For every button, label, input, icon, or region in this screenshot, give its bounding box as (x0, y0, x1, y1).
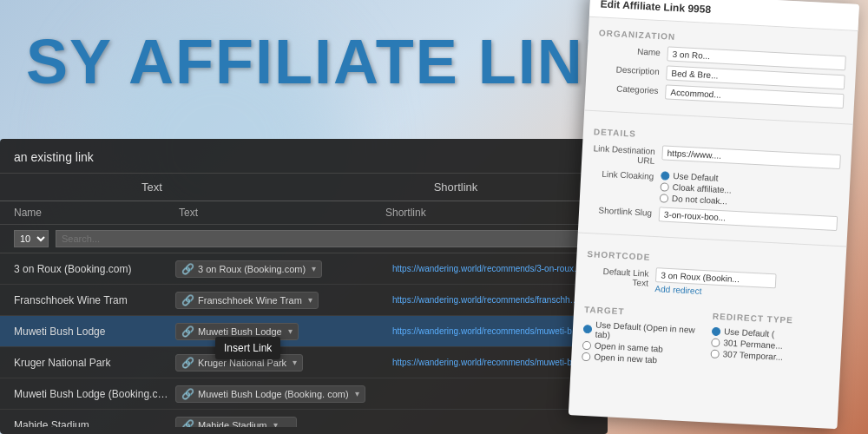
row-text-value: Muweti Bush Lodge (198, 326, 282, 337)
radio-dot (710, 349, 720, 358)
shortlink-slug-label: Shortlink Slug (589, 203, 660, 218)
row-text-value: Franschhoek Wine Tram (198, 295, 302, 306)
target-section: Target Use Default (Open in new tab) Ope… (582, 299, 705, 367)
col-header-text: Text (170, 207, 385, 219)
radio-dot (711, 338, 720, 347)
row-name: Mahide Stadium (14, 419, 170, 428)
links-table: 3 on Roux (Booking.com) 🔗 3 on Roux (Boo… (0, 253, 608, 427)
description-label: Description (596, 62, 667, 76)
row-text-value: 3 on Roux (Booking.com) (198, 264, 306, 274)
rows-per-page-select[interactable]: 10 25 (14, 230, 49, 247)
row-name: Franschhoek Wine Tram (14, 294, 170, 306)
redirect-type-section: Redirect Type Use Default ( 301 Permane.… (710, 306, 833, 374)
link-picker-modal: an existing link × Text Shortlink Name T… (0, 139, 608, 434)
row-name: 3 on Roux (Booking.com) (14, 263, 170, 275)
insert-link-tooltip: Insert Link (215, 337, 280, 359)
table-row[interactable]: Muweti Bush Lodge (Booking.com) 🔗 Muweti… (0, 378, 608, 410)
redirect-radio-group: Use Default ( 301 Permane... 307 Tempora… (710, 326, 832, 365)
modal-title: an existing link (14, 150, 94, 164)
cloaking-option-label: Use Default (673, 171, 719, 183)
link-icon: 🔗 (181, 294, 194, 306)
row-text-cell: 🔗 Muweti Bush Lodge (Booking. com) ▾ (170, 385, 385, 403)
link-icon: 🔗 (181, 357, 194, 369)
shortlink-url[interactable]: https://wandering.world/recommends/muwet… (392, 358, 583, 367)
radio-dot (583, 325, 593, 334)
link-icon: 🔗 (181, 388, 194, 400)
table-row[interactable]: 3 on Roux (Booking.com) 🔗 3 on Roux (Boo… (0, 253, 608, 285)
link-cloaking-label: Link Cloaking (591, 167, 661, 181)
row-shortlink-cell: https://wandering.world/recommends/muwet… (385, 358, 594, 367)
link-icon: 🔗 (181, 263, 194, 275)
row-shortlink-cell: https://wandering.world/recommends/frans… (385, 295, 594, 305)
organization-section: ORGANIZATION Name Description Categories (585, 17, 858, 119)
link-icon: 🔗 (181, 326, 194, 338)
row-name: Muweti Bush Lodge (Booking.com) (14, 388, 170, 400)
redirect-option-label: Use Default ( (724, 326, 775, 339)
row-text-inner[interactable]: 🔗 3 on Roux (Booking.com) ▾ (175, 260, 322, 278)
row-text-value: Mahide Stadium (198, 420, 267, 428)
table-row[interactable]: Muweti Bush Lodge 🔗 Muweti Bush Lodge ▾ … (0, 316, 608, 347)
categories-label: Categories (595, 81, 666, 95)
radio-dot (661, 171, 670, 181)
destination-url-label: Link Destination URL (592, 141, 662, 166)
hero-title: sy Affiliate Links (26, 26, 674, 97)
chevron-down-icon: ▾ (293, 358, 297, 367)
shortlink-url[interactable]: https://wandering.world/recommends/frans… (392, 295, 583, 305)
col-header-shortlink: Shortlink (385, 207, 594, 219)
row-shortlink-cell: https://wandering.world/recommends/3-on-… (385, 264, 594, 273)
row-name: Muweti Bush Lodge (14, 326, 170, 338)
target-section-label: Target (584, 305, 704, 320)
search-row: 10 25 (0, 225, 608, 253)
radio-dot (712, 326, 721, 336)
cloaking-radio-group: Use Default Cloak affiliate... Do not cl… (660, 170, 733, 206)
shortlink-url[interactable]: https://wandering.world/recommends/muwet… (392, 326, 583, 336)
search-input[interactable] (56, 230, 594, 247)
target-option-label: Open in new tab (594, 352, 657, 365)
radio-dot (582, 352, 591, 361)
default-link-text-label: Default Link Text (586, 264, 656, 288)
chevron-down-icon: ▾ (273, 420, 278, 427)
chevron-down-icon: ▾ (355, 389, 359, 398)
name-label: Name (598, 43, 668, 57)
table-row[interactable]: Franschhoek Wine Tram 🔗 Franschhoek Wine… (0, 285, 608, 316)
chevron-down-icon: ▾ (288, 326, 293, 336)
cloaking-option-label: Do not cloak... (672, 194, 727, 206)
tab-text[interactable]: Text (0, 174, 304, 201)
cloaking-option-3[interactable]: Do not cloak... (660, 193, 732, 206)
radio-dot (660, 194, 669, 203)
edit-affiliate-panel: Edit Affiliate Link 9958 ORGANIZATION Na… (569, 0, 859, 429)
chevron-down-icon: ▾ (308, 295, 312, 305)
row-text-cell: 🔗 3 on Roux (Booking.com) ▾ (170, 260, 385, 278)
destination-url-input[interactable] (661, 145, 841, 169)
row-text-inner[interactable]: 🔗 Franschhoek Wine Tram ▾ (175, 292, 319, 309)
row-text-cell: 🔗 Franschhoek Wine Tram ▾ (170, 292, 385, 309)
target-radio-group: Use Default (Open in new tab) Open in sa… (582, 319, 703, 367)
redirect-type-label: Redirect Type (713, 312, 832, 327)
row-text-value: Muweti Bush Lodge (Booking. com) (198, 389, 349, 399)
shortlink-url[interactable]: https://wandering.world/recommends/3-on-… (392, 264, 583, 273)
row-shortlink-cell: https://wandering.world/recommends/muwet… (385, 326, 594, 336)
redirect-option-label: 307 Temporar... (722, 349, 783, 362)
details-section: DETAILS Link Destination URL Link Cloaki… (578, 116, 852, 241)
table-row[interactable]: Mahide Stadium 🔗 Mahide Stadium ▾ (0, 410, 608, 427)
radio-dot (582, 340, 592, 350)
row-name: Kruger National Park (14, 357, 170, 369)
link-icon: 🔗 (181, 419, 194, 428)
col-header-name: Name (14, 207, 170, 219)
tab-shortlink[interactable]: Shortlink (304, 174, 608, 201)
row-text-inner[interactable]: 🔗 Mahide Stadium ▾ (175, 417, 297, 428)
modal-tabs: Text Shortlink (0, 174, 608, 201)
redirect-option-label: 301 Permane... (723, 338, 783, 351)
table-row[interactable]: Kruger National Park 🔗 Kruger National P… (0, 347, 608, 378)
row-text-inner[interactable]: 🔗 Muweti Bush Lodge (Booking. com) ▾ (175, 385, 365, 403)
row-text-cell: 🔗 Mahide Stadium ▾ (170, 417, 385, 428)
modal-header: an existing link × (0, 139, 608, 174)
cloaking-option-label: Cloak affiliate... (672, 182, 732, 195)
table-header: Name Text Shortlink (0, 201, 608, 225)
chevron-down-icon: ▾ (312, 264, 316, 273)
radio-dot (660, 182, 669, 192)
